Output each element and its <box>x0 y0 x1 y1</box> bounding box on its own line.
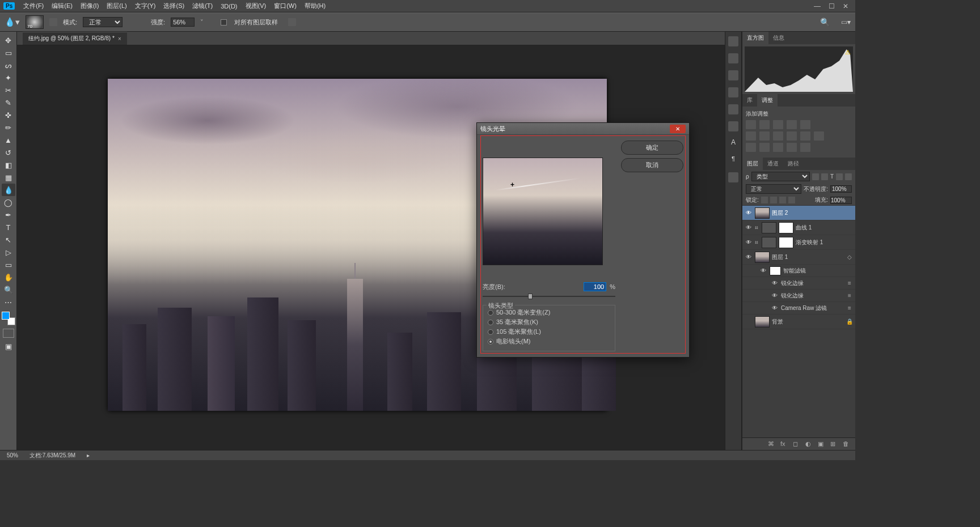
layer-thumbnail[interactable] <box>762 222 776 233</box>
blur-tool[interactable]: 💧 <box>2 184 15 196</box>
dialog-preview[interactable]: + <box>483 158 603 265</box>
eyedropper-tool[interactable]: ✎ <box>2 96 15 109</box>
edit-toolbar[interactable]: ⋯ <box>2 296 15 308</box>
lens-option[interactable]: 电影镜头(M) <box>488 337 610 346</box>
layer-name[interactable]: 智能滤镜 <box>783 267 853 275</box>
visibility-icon[interactable]: 👁 <box>759 267 767 274</box>
foreground-color[interactable] <box>2 312 10 320</box>
adj-levels-icon[interactable] <box>759 120 770 129</box>
visibility-icon[interactable]: 👁 <box>771 292 779 299</box>
layer-name[interactable]: 锐化边缘 <box>781 292 844 300</box>
layer-filter-select[interactable]: 类型 <box>751 172 810 181</box>
adj-curves-icon[interactable] <box>773 120 783 129</box>
lock-artboard-icon[interactable] <box>779 197 786 203</box>
adj-brightness-icon[interactable] <box>746 120 756 129</box>
eraser-tool[interactable]: ◧ <box>2 159 15 171</box>
dialog-close-icon[interactable]: ✕ <box>670 125 686 133</box>
stamp-tool[interactable]: ▲ <box>2 134 15 146</box>
brush-preview[interactable] <box>26 15 44 29</box>
tool-preset-icon[interactable]: 💧▾ <box>5 17 20 27</box>
pen-tool[interactable]: ✒ <box>2 209 15 221</box>
brush-tool[interactable]: ✏ <box>2 121 15 134</box>
menu-filter[interactable]: 滤镜(T) <box>188 2 217 10</box>
doc-info-chevron-icon[interactable]: ▸ <box>87 452 90 458</box>
tab-histogram[interactable]: 直方图 <box>742 32 768 44</box>
new-layer-icon[interactable]: ⊞ <box>830 440 838 448</box>
adj-posterize-icon[interactable] <box>759 143 770 152</box>
tab-channels[interactable]: 通道 <box>763 158 783 170</box>
strength-input[interactable] <box>171 18 195 27</box>
lock-pixels-icon[interactable] <box>761 197 768 203</box>
dock-paragraph-icon[interactable]: ¶ <box>728 155 738 165</box>
filter-options-icon[interactable]: ≡ <box>846 280 853 286</box>
visibility-icon[interactable]: 👁 <box>745 224 753 231</box>
layer-name[interactable]: 曲线 1 <box>796 224 853 232</box>
filter-smart-icon[interactable] <box>845 173 852 180</box>
menu-view[interactable]: 视图(V) <box>242 2 271 10</box>
layer-name[interactable]: 锐化边缘 <box>781 279 844 287</box>
filter-options-icon[interactable]: ≡ <box>846 305 853 311</box>
mask-thumbnail[interactable] <box>779 222 793 233</box>
path-select-tool[interactable]: ↖ <box>2 233 15 246</box>
tab-layers[interactable]: 图层 <box>742 158 763 170</box>
layer-row[interactable]: 背景 🔒 <box>742 314 855 329</box>
brightness-input[interactable] <box>584 282 606 291</box>
maximize-icon[interactable]: ☐ <box>829 2 835 10</box>
adj-exposure-icon[interactable] <box>787 120 797 129</box>
menu-edit[interactable]: 编辑(E) <box>48 2 77 10</box>
menu-type[interactable]: 文字(Y) <box>131 2 160 10</box>
brush-panel-icon[interactable] <box>49 18 57 26</box>
quick-select-tool[interactable]: ✦ <box>2 71 15 84</box>
layer-row[interactable]: 👁 ⌗ 曲线 1 <box>742 220 855 235</box>
menu-file[interactable]: 文件(F) <box>19 2 48 10</box>
mask-thumbnail[interactable] <box>779 237 793 248</box>
dock-clone-icon[interactable] <box>728 121 738 131</box>
menu-help[interactable]: 帮助(H) <box>301 2 330 10</box>
lasso-tool[interactable]: ᔕ <box>2 59 15 71</box>
crop-tool[interactable]: ✂ <box>2 84 15 96</box>
tab-libraries[interactable]: 库 <box>742 94 757 107</box>
dock-properties-icon[interactable] <box>728 70 738 80</box>
layer-name[interactable]: Camera Raw 滤镜 <box>781 304 844 312</box>
doc-info[interactable]: 文档:7.63M/25.9M <box>29 452 75 460</box>
zoom-level[interactable]: 50% <box>7 452 18 458</box>
adj-gradientmap-icon[interactable] <box>787 143 797 152</box>
quick-mask-icon[interactable] <box>3 329 14 338</box>
link-layers-icon[interactable]: ⌘ <box>768 440 776 448</box>
flare-center-crosshair[interactable]: + <box>510 181 514 189</box>
adj-bw-icon[interactable] <box>773 131 783 141</box>
dialog-titlebar[interactable]: 镜头光晕 ✕ <box>477 123 689 135</box>
layer-name[interactable]: 背景 <box>772 318 844 326</box>
layer-name[interactable]: 渐变映射 1 <box>796 239 853 246</box>
layer-row[interactable]: 👁 图层 2 <box>742 206 855 220</box>
menu-image[interactable]: 图像(I) <box>77 2 103 10</box>
adj-colorbalance-icon[interactable] <box>759 131 770 141</box>
layer-row[interactable]: 👁 锐化边缘 ≡ <box>742 290 855 302</box>
layer-row[interactable]: 👁 锐化边缘 ≡ <box>742 277 855 290</box>
visibility-icon[interactable]: 👁 <box>771 305 779 311</box>
lock-position-icon[interactable] <box>770 197 777 203</box>
sample-all-checkbox[interactable] <box>221 19 227 26</box>
adj-photofilter-icon[interactable] <box>787 131 797 141</box>
layer-blend-select[interactable]: 正常 <box>746 184 801 194</box>
layer-mask-icon[interactable]: ◻ <box>793 440 801 448</box>
dock-actions-icon[interactable] <box>728 53 738 63</box>
direct-select-tool[interactable]: ▷ <box>2 246 15 258</box>
menu-window[interactable]: 窗口(W) <box>270 2 301 10</box>
lock-all-icon[interactable] <box>788 197 795 203</box>
dock-character-icon[interactable]: A <box>728 138 738 148</box>
dock-3d-icon[interactable] <box>728 172 738 182</box>
shape-tool[interactable]: ▭ <box>2 258 15 271</box>
blend-mode-select[interactable]: 正常 <box>83 17 122 27</box>
lens-option[interactable]: 35 毫米聚焦(K) <box>488 317 610 327</box>
close-icon[interactable]: ✕ <box>843 2 848 10</box>
tab-close-icon[interactable]: × <box>118 36 121 42</box>
tab-info[interactable]: 信息 <box>768 32 789 44</box>
layer-fx-icon[interactable]: fx <box>780 440 788 448</box>
dock-brushes-icon[interactable] <box>728 87 738 97</box>
filter-shape-icon[interactable] <box>836 173 843 180</box>
visibility-icon[interactable]: 👁 <box>745 210 753 216</box>
filter-type-icon[interactable]: T <box>830 173 834 180</box>
new-adjustment-icon[interactable]: ◐ <box>805 440 813 448</box>
adj-channelmixer-icon[interactable] <box>800 131 810 141</box>
